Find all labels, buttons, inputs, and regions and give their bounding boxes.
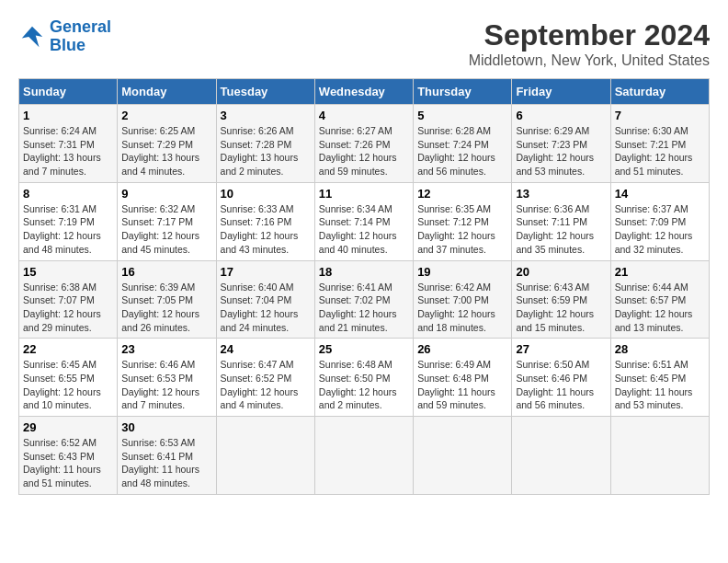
calendar-cell: 15 Sunrise: 6:38 AMSunset: 7:07 PMDaylig…: [19, 260, 118, 339]
day-info: Sunrise: 6:30 AMSunset: 7:21 PMDaylight:…: [615, 124, 705, 178]
calendar-cell: 23 Sunrise: 6:46 AMSunset: 6:53 PMDaylig…: [118, 339, 216, 417]
day-number: 15: [23, 265, 113, 279]
day-info: Sunrise: 6:44 AMSunset: 6:57 PMDaylight:…: [615, 281, 705, 335]
day-info: Sunrise: 6:34 AMSunset: 7:14 PMDaylight:…: [319, 202, 409, 257]
day-info: Sunrise: 6:47 AMSunset: 6:52 PMDaylight:…: [221, 358, 311, 412]
day-info: Sunrise: 6:53 AMSunset: 6:41 PMDaylight:…: [121, 436, 211, 490]
header-thursday: Thursday: [414, 79, 512, 105]
day-number: 13: [516, 187, 606, 201]
logo-line2: Blue: [50, 36, 85, 54]
title-block: September 2024 Middletown, New York, Uni…: [469, 18, 710, 69]
calendar-cell: 13 Sunrise: 6:36 AMSunset: 7:11 PMDaylig…: [512, 182, 610, 260]
day-number: 12: [417, 187, 507, 201]
svg-marker-0: [22, 27, 43, 48]
day-info: Sunrise: 6:39 AMSunset: 7:05 PMDaylight:…: [121, 281, 211, 335]
header-wednesday: Wednesday: [314, 79, 413, 105]
calendar-cell: 24 Sunrise: 6:47 AMSunset: 6:52 PMDaylig…: [216, 339, 314, 417]
calendar-cell: 27 Sunrise: 6:50 AMSunset: 6:46 PMDaylig…: [512, 339, 610, 417]
day-number: 7: [615, 109, 705, 122]
day-info: Sunrise: 6:27 AMSunset: 7:26 PMDaylight:…: [319, 124, 409, 178]
day-number: 16: [121, 265, 211, 279]
day-number: 27: [516, 342, 606, 356]
day-number: 14: [615, 187, 705, 201]
day-number: 8: [23, 187, 113, 201]
calendar-cell: 3 Sunrise: 6:26 AMSunset: 7:28 PMDayligh…: [216, 105, 314, 183]
day-info: Sunrise: 6:32 AMSunset: 7:17 PMDaylight:…: [121, 202, 211, 257]
calendar-cell: [216, 417, 314, 495]
header-row: Sunday Monday Tuesday Wednesday Thursday…: [19, 79, 710, 105]
calendar-cell: [414, 417, 512, 495]
day-number: 25: [319, 342, 409, 356]
page-header: General Blue September 2024 Middletown, …: [18, 18, 710, 69]
logo-text: General Blue: [50, 18, 111, 55]
calendar-cell: 2 Sunrise: 6:25 AMSunset: 7:29 PMDayligh…: [118, 105, 216, 183]
day-info: Sunrise: 6:31 AMSunset: 7:19 PMDaylight:…: [23, 202, 113, 257]
day-number: 23: [121, 342, 211, 356]
day-info: Sunrise: 6:25 AMSunset: 7:29 PMDaylight:…: [121, 124, 211, 178]
day-number: 4: [319, 109, 409, 122]
calendar-cell: [512, 417, 610, 495]
header-sunday: Sunday: [19, 79, 118, 105]
day-info: Sunrise: 6:37 AMSunset: 7:09 PMDaylight:…: [615, 202, 705, 257]
day-info: Sunrise: 6:38 AMSunset: 7:07 PMDaylight:…: [23, 281, 113, 335]
day-info: Sunrise: 6:51 AMSunset: 6:45 PMDaylight:…: [615, 358, 705, 412]
day-info: Sunrise: 6:41 AMSunset: 7:02 PMDaylight:…: [319, 281, 409, 335]
day-info: Sunrise: 6:29 AMSunset: 7:23 PMDaylight:…: [516, 124, 606, 178]
logo-icon: [18, 23, 46, 51]
calendar-title: September 2024: [469, 18, 710, 52]
calendar-cell: [314, 417, 413, 495]
header-monday: Monday: [118, 79, 216, 105]
calendar-cell: 7 Sunrise: 6:30 AMSunset: 7:21 PMDayligh…: [610, 105, 709, 183]
calendar-cell: 6 Sunrise: 6:29 AMSunset: 7:23 PMDayligh…: [512, 105, 610, 183]
day-number: 11: [319, 187, 409, 201]
calendar-cell: [610, 417, 709, 495]
day-number: 22: [23, 342, 113, 356]
calendar-cell: 16 Sunrise: 6:39 AMSunset: 7:05 PMDaylig…: [118, 260, 216, 339]
calendar-cell: 1 Sunrise: 6:24 AMSunset: 7:31 PMDayligh…: [19, 105, 118, 183]
day-info: Sunrise: 6:24 AMSunset: 7:31 PMDaylight:…: [23, 124, 113, 178]
calendar-cell: 19 Sunrise: 6:42 AMSunset: 7:00 PMDaylig…: [414, 260, 512, 339]
calendar-cell: 22 Sunrise: 6:45 AMSunset: 6:55 PMDaylig…: [19, 339, 118, 417]
day-number: 19: [417, 265, 507, 279]
day-number: 24: [221, 342, 311, 356]
day-info: Sunrise: 6:43 AMSunset: 6:59 PMDaylight:…: [516, 281, 606, 335]
calendar-cell: 28 Sunrise: 6:51 AMSunset: 6:45 PMDaylig…: [610, 339, 709, 417]
day-info: Sunrise: 6:35 AMSunset: 7:12 PMDaylight:…: [417, 202, 507, 257]
calendar-week-5: 29 Sunrise: 6:52 AMSunset: 6:43 PMDaylig…: [19, 417, 710, 495]
calendar-subtitle: Middletown, New York, United States: [469, 52, 710, 69]
logo: General Blue: [18, 18, 111, 55]
calendar-cell: 9 Sunrise: 6:32 AMSunset: 7:17 PMDayligh…: [118, 182, 216, 260]
header-saturday: Saturday: [610, 79, 709, 105]
day-number: 20: [516, 265, 606, 279]
calendar-cell: 11 Sunrise: 6:34 AMSunset: 7:14 PMDaylig…: [314, 182, 413, 260]
calendar-cell: 14 Sunrise: 6:37 AMSunset: 7:09 PMDaylig…: [610, 182, 709, 260]
day-info: Sunrise: 6:50 AMSunset: 6:46 PMDaylight:…: [516, 358, 606, 412]
calendar-cell: 25 Sunrise: 6:48 AMSunset: 6:50 PMDaylig…: [314, 339, 413, 417]
day-info: Sunrise: 6:33 AMSunset: 7:16 PMDaylight:…: [221, 202, 311, 257]
day-number: 5: [417, 109, 507, 122]
calendar-cell: 18 Sunrise: 6:41 AMSunset: 7:02 PMDaylig…: [314, 260, 413, 339]
day-info: Sunrise: 6:45 AMSunset: 6:55 PMDaylight:…: [23, 358, 113, 412]
calendar-table: Sunday Monday Tuesday Wednesday Thursday…: [18, 78, 710, 495]
day-info: Sunrise: 6:26 AMSunset: 7:28 PMDaylight:…: [221, 124, 311, 178]
calendar-cell: 26 Sunrise: 6:49 AMSunset: 6:48 PMDaylig…: [414, 339, 512, 417]
calendar-header: Sunday Monday Tuesday Wednesday Thursday…: [19, 79, 710, 105]
calendar-cell: 21 Sunrise: 6:44 AMSunset: 6:57 PMDaylig…: [610, 260, 709, 339]
day-number: 3: [221, 109, 311, 122]
day-info: Sunrise: 6:40 AMSunset: 7:04 PMDaylight:…: [221, 281, 311, 335]
day-number: 17: [221, 265, 311, 279]
logo-line1: General: [50, 17, 111, 36]
day-info: Sunrise: 6:42 AMSunset: 7:00 PMDaylight:…: [417, 281, 507, 335]
calendar-cell: 12 Sunrise: 6:35 AMSunset: 7:12 PMDaylig…: [414, 182, 512, 260]
calendar-cell: 10 Sunrise: 6:33 AMSunset: 7:16 PMDaylig…: [216, 182, 314, 260]
day-number: 1: [23, 109, 113, 122]
day-info: Sunrise: 6:28 AMSunset: 7:24 PMDaylight:…: [417, 124, 507, 178]
calendar-week-1: 1 Sunrise: 6:24 AMSunset: 7:31 PMDayligh…: [19, 105, 710, 183]
day-number: 9: [121, 187, 211, 201]
header-tuesday: Tuesday: [216, 79, 314, 105]
calendar-cell: 4 Sunrise: 6:27 AMSunset: 7:26 PMDayligh…: [314, 105, 413, 183]
calendar-week-2: 8 Sunrise: 6:31 AMSunset: 7:19 PMDayligh…: [19, 182, 710, 260]
day-info: Sunrise: 6:49 AMSunset: 6:48 PMDaylight:…: [417, 358, 507, 412]
calendar-cell: 29 Sunrise: 6:52 AMSunset: 6:43 PMDaylig…: [19, 417, 118, 495]
day-info: Sunrise: 6:52 AMSunset: 6:43 PMDaylight:…: [23, 436, 113, 490]
